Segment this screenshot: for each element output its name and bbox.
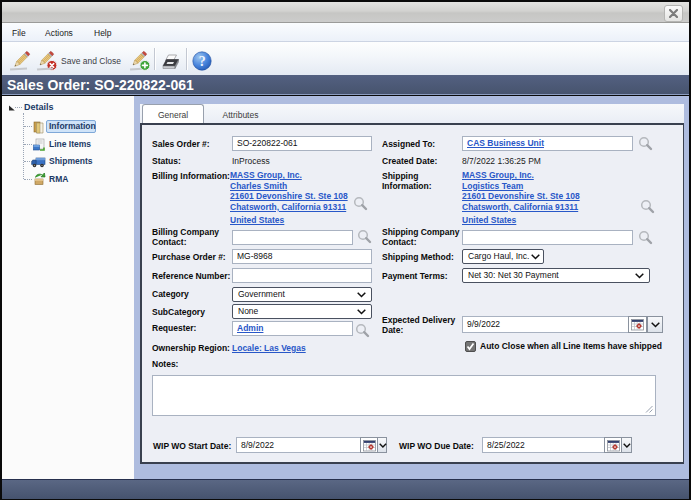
svg-text:?: ? <box>199 54 206 69</box>
